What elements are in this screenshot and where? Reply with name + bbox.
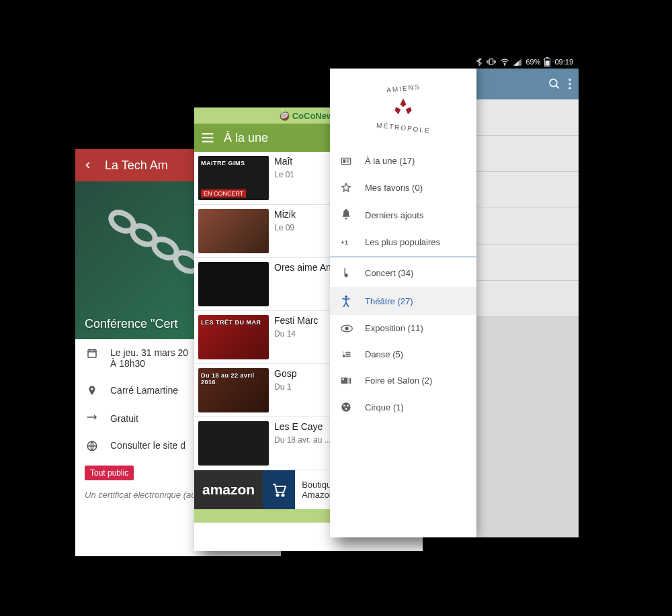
svg-point-21 [345,296,347,298]
drawer-item[interactable]: Théâtre (27) [330,287,476,315]
drawer-item[interactable]: Danse (5) [330,341,476,367]
drawer-item[interactable]: Mes favoris (0) [330,174,476,201]
vibrate-icon [487,58,496,66]
svg-point-28 [347,405,349,407]
bell-add-icon [341,209,353,221]
star-icon [341,182,353,193]
svg-point-7 [282,494,284,496]
thumbnail-image: Du 18 au 22 avril 2016 [198,368,269,412]
svg-point-26 [341,402,350,411]
drawer-item-label: À la une (17) [365,156,415,166]
screen-drawer: 69% 09:19 s morceaux de vie - 2016 ureau… [330,55,579,537]
svg-point-19 [345,218,347,220]
svg-point-23 [345,326,349,331]
drawer-item-label: Mes favoris (0) [365,183,423,193]
svg-point-29 [345,408,347,410]
location-icon [85,385,99,397]
drawer-item[interactable]: Concert (34) [330,259,476,287]
globe-icon [85,440,99,452]
svg-rect-18 [343,159,345,163]
search-icon[interactable] [548,77,561,91]
calendar-icon [85,347,99,359]
thumbnail-image [198,421,269,466]
drawer-item[interactable]: +1Les plus populaires [330,229,476,255]
drawer-item-label: Théâtre (27) [365,296,413,306]
drawer-logo: AMIENS MÉTROPOLE [330,69,476,148]
drawer-item[interactable]: Cirque (1) [330,394,476,421]
arrow-right-icon [85,413,99,421]
svg-point-16 [569,87,571,90]
signal-icon [513,58,521,66]
audience-badge: Tout public [85,466,134,480]
bluetooth-icon [476,58,482,66]
svg-point-9 [505,64,505,64]
eye-icon [341,324,353,333]
svg-point-6 [277,494,279,496]
drawer-item-label: Concert (34) [365,268,413,278]
navigation-drawer: AMIENS MÉTROPOLE À la une (17)Mes favori… [330,69,476,537]
hero-title: Conférence "Cert [85,317,177,331]
thumbnail-image [198,262,269,306]
music-note-icon [341,267,353,279]
drawer-item-label: Danse (5) [365,349,403,359]
overflow-icon[interactable] [568,78,572,90]
thumbnail-image: LES TRÉT DU MAR [198,315,269,359]
battery-icon [544,57,550,67]
wifi-icon [500,58,509,66]
drawer-item-label: Les plus populaires [365,237,440,247]
cart-icon [263,470,295,509]
drawer-item[interactable]: Exposition (11) [330,315,476,341]
ad-brand: amazon [194,482,263,498]
svg-rect-24 [341,377,347,383]
svg-rect-8 [490,59,494,64]
hamburger-icon[interactable] [201,132,214,143]
toolbar-title: À la une [224,131,268,145]
status-bar: 69% 09:19 [330,55,579,69]
drawer-item-label: Foire et Salon (2) [365,376,432,386]
svg-rect-12 [546,60,550,65]
drawer-item-label: Exposition (11) [365,323,423,333]
back-icon[interactable] [83,161,93,170]
film-reel-icon [341,402,353,412]
thumbnail-image [198,209,269,253]
svg-point-15 [569,83,571,85]
svg-point-14 [569,79,571,81]
drawer-item-label: Cirque (1) [365,402,404,412]
thumbnail-image: MAITRE GIMSEN CONCERT [198,156,269,200]
svg-point-27 [343,405,345,407]
drawer-item-label: Derniers ajouts [365,210,423,220]
svg-text:+1: +1 [341,238,349,246]
toolbar-title: La Tech Am [105,159,168,173]
person-icon [341,295,353,307]
svg-point-25 [342,378,344,380]
plus-one-icon: +1 [341,238,353,247]
svg-point-13 [550,79,557,87]
drawer-divider [330,257,476,257]
drawer-item[interactable]: Derniers ajouts [330,201,476,229]
drawer-item[interactable]: Foire et Salon (2) [330,367,476,394]
playlist-icon [341,350,353,359]
status-time: 09:19 [554,58,573,66]
drawer-item[interactable]: À la une (17) [330,148,476,174]
contact-icon [341,376,353,386]
battery-text: 69% [526,58,540,66]
newspaper-icon [341,157,353,166]
svg-rect-4 [88,350,96,357]
